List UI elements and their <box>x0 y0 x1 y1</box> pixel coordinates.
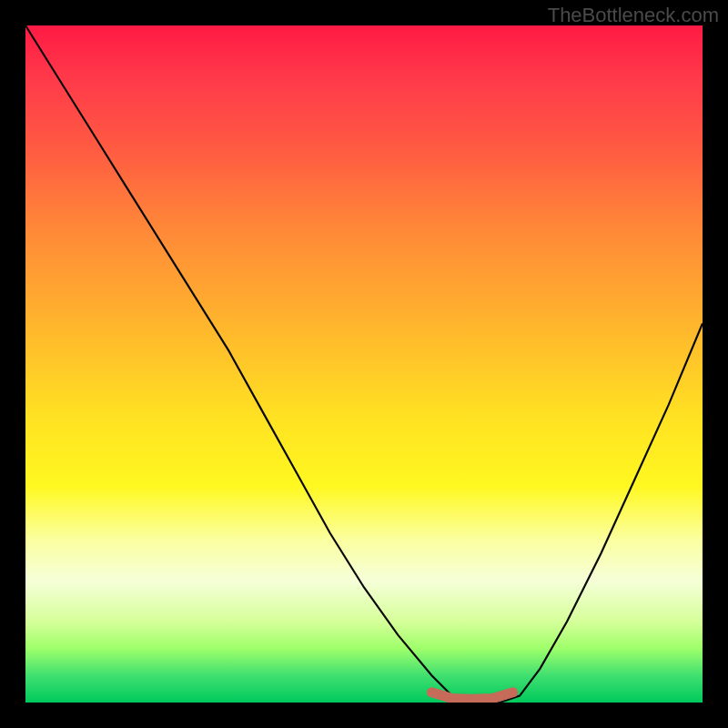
optimal-range-marker <box>431 693 512 700</box>
plot-area <box>25 25 703 703</box>
chart-svg <box>25 25 703 703</box>
bottleneck-curve <box>25 25 703 703</box>
chart-frame: TheBottleneck.com <box>0 0 728 728</box>
watermark-text: TheBottleneck.com <box>548 4 719 27</box>
